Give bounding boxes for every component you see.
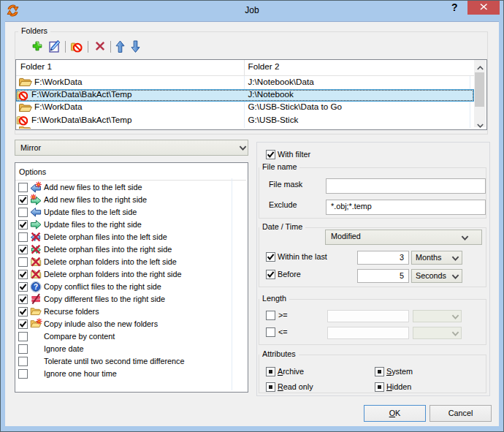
svg-text:?: ? [34, 283, 38, 291]
